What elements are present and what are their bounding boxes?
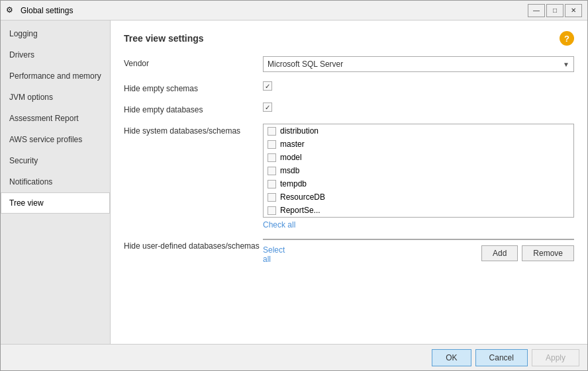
hide-system-databases-label: Hide system databases/schemas xyxy=(124,124,263,136)
window-title: Global settings xyxy=(21,6,528,15)
page-title: Tree view settings xyxy=(124,33,204,44)
vendor-control: Microsoft SQL Server ▼ xyxy=(263,56,574,72)
list-item[interactable]: distribution xyxy=(264,124,573,138)
list-item-checkbox[interactable] xyxy=(268,167,276,175)
list-item[interactable]: model xyxy=(264,151,573,164)
close-button[interactable]: ✕ xyxy=(565,4,582,17)
list-item-label: tempdb xyxy=(280,179,307,188)
hide-empty-databases-checkbox[interactable] xyxy=(263,103,272,112)
apply-button[interactable]: Apply xyxy=(532,349,579,366)
sidebar-item-jvm[interactable]: JVM options xyxy=(1,87,110,108)
sidebar-item-security[interactable]: Security xyxy=(1,150,110,171)
list-item-checkbox[interactable] xyxy=(268,180,276,188)
bottom-bar: OK Cancel Apply xyxy=(1,344,587,370)
window-icon: ⚙ xyxy=(6,5,17,16)
list-item[interactable]: msdb xyxy=(264,164,573,177)
hide-empty-databases-label: Hide empty databases xyxy=(124,103,263,114)
title-bar: ⚙ Global settings — □ ✕ xyxy=(1,1,587,21)
hide-empty-databases-row: Hide empty databases xyxy=(124,103,574,114)
hide-user-defined-control: Select all Add Remove xyxy=(263,239,574,264)
list-item-checkbox[interactable] xyxy=(268,206,276,215)
help-icon[interactable]: ? xyxy=(560,31,574,46)
list-item[interactable]: tempdb xyxy=(264,177,573,190)
list-item[interactable]: master xyxy=(264,138,573,151)
remove-button[interactable]: Remove xyxy=(522,245,574,261)
sidebar-item-logging[interactable]: Logging xyxy=(1,23,110,44)
minimize-button[interactable]: — xyxy=(528,4,545,17)
vendor-dropdown-value: Microsoft SQL Server xyxy=(268,60,343,69)
maximize-button[interactable]: □ xyxy=(546,4,564,17)
list-item-label: model xyxy=(280,153,302,162)
sidebar-item-aws[interactable]: AWS service profiles xyxy=(1,129,110,150)
list-item-checkbox[interactable] xyxy=(268,193,276,202)
sidebar: Logging Drivers Performance and memory J… xyxy=(1,21,111,344)
list-item[interactable]: ReportSe... xyxy=(264,204,573,217)
content-area: Logging Drivers Performance and memory J… xyxy=(1,21,587,344)
list-item-label: distribution xyxy=(280,126,318,136)
list-item[interactable]: ResourceDB xyxy=(264,190,573,204)
user-defined-list[interactable] xyxy=(263,239,574,240)
select-all-link[interactable]: Select all xyxy=(263,245,292,264)
list-item-checkbox[interactable] xyxy=(268,127,276,136)
list-item-label: ResourceDB xyxy=(280,192,325,202)
vendor-label: Vendor xyxy=(124,56,263,68)
sidebar-item-notifications[interactable]: Notifications xyxy=(1,171,110,192)
cancel-button[interactable]: Cancel xyxy=(475,349,528,366)
list-item-label: ReportSe... xyxy=(280,206,320,215)
hide-system-databases-control: distribution master model msdb xyxy=(263,124,574,229)
ok-button[interactable]: OK xyxy=(432,349,471,366)
hide-empty-schemas-label: Hide empty schemas xyxy=(124,81,263,93)
sidebar-item-assessment[interactable]: Assessment Report xyxy=(1,108,110,129)
hide-empty-databases-control xyxy=(263,103,574,112)
global-settings-window: ⚙ Global settings — □ ✕ Logging Drivers … xyxy=(0,0,588,371)
hide-empty-schemas-control xyxy=(263,81,574,91)
add-remove-buttons: Add Remove xyxy=(292,245,574,261)
list-item-label: msdb xyxy=(280,166,299,175)
main-header: Tree view settings ? xyxy=(124,31,574,46)
main-content: Tree view settings ? Vendor Microsoft SQ… xyxy=(111,21,587,344)
vendor-dropdown[interactable]: Microsoft SQL Server ▼ xyxy=(263,56,574,72)
list-item-checkbox[interactable] xyxy=(268,140,276,149)
list-item-label: master xyxy=(280,140,305,149)
vendor-row: Vendor Microsoft SQL Server ▼ xyxy=(124,56,574,72)
check-all-link[interactable]: Check all xyxy=(263,220,574,229)
list-item-checkbox[interactable] xyxy=(268,153,276,162)
sidebar-item-drivers[interactable]: Drivers xyxy=(1,44,110,65)
hide-empty-schemas-row: Hide empty schemas xyxy=(124,81,574,93)
hide-user-defined-row: Hide user-defined databases/schemas Sele… xyxy=(124,239,574,264)
dropdown-arrow-icon: ▼ xyxy=(563,61,569,68)
add-button[interactable]: Add xyxy=(481,245,518,261)
hide-empty-schemas-checkbox[interactable] xyxy=(263,81,272,91)
hide-system-databases-row: Hide system databases/schemas distributi… xyxy=(124,124,574,229)
window-controls: — □ ✕ xyxy=(528,4,582,17)
sidebar-item-treeview[interactable]: Tree view xyxy=(1,192,110,214)
sidebar-item-performance[interactable]: Performance and memory xyxy=(1,65,110,87)
system-databases-list[interactable]: distribution master model msdb xyxy=(263,124,574,218)
hide-user-defined-label: Hide user-defined databases/schemas xyxy=(124,239,263,251)
hide-empty-schemas-checkbox-wrap xyxy=(263,81,574,91)
hide-empty-databases-checkbox-wrap xyxy=(263,103,574,112)
